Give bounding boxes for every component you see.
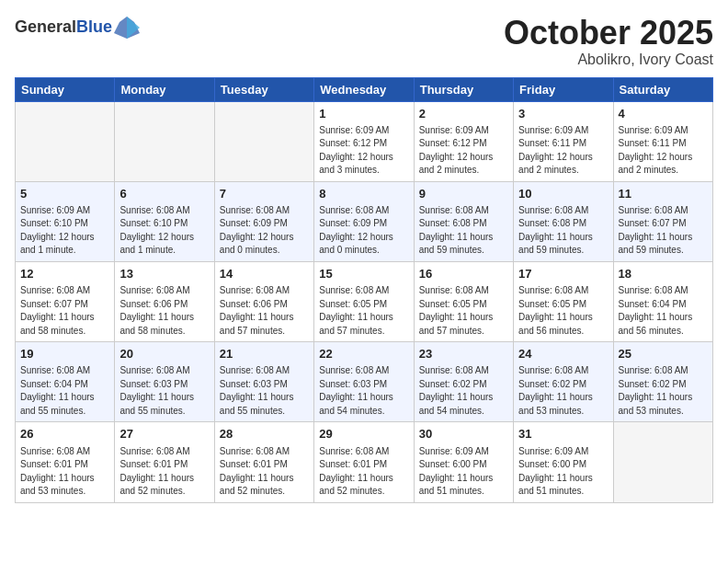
calendar-cell <box>613 422 712 502</box>
day-number: 9 <box>419 186 508 202</box>
day-info: Sunrise: 6:09 AM Sunset: 6:00 PM Dayligh… <box>518 445 608 499</box>
calendar-cell: 11Sunrise: 6:08 AM Sunset: 6:07 PM Dayli… <box>613 181 712 261</box>
calendar: SundayMondayTuesdayWednesdayThursdayFrid… <box>15 77 713 503</box>
day-info: Sunrise: 6:08 AM Sunset: 6:10 PM Dayligh… <box>119 204 209 258</box>
week-row-2: 5Sunrise: 6:09 AM Sunset: 6:10 PM Daylig… <box>16 181 713 261</box>
day-number: 26 <box>20 426 109 442</box>
day-number: 16 <box>419 266 508 282</box>
calendar-cell: 22Sunrise: 6:08 AM Sunset: 6:03 PM Dayli… <box>314 342 414 422</box>
calendar-cell: 4Sunrise: 6:09 AM Sunset: 6:11 PM Daylig… <box>613 101 712 181</box>
day-number: 3 <box>518 106 608 122</box>
logo-general: General <box>15 17 76 36</box>
day-number: 23 <box>419 346 508 362</box>
day-number: 30 <box>419 426 508 442</box>
calendar-cell: 20Sunrise: 6:08 AM Sunset: 6:03 PM Dayli… <box>115 342 214 422</box>
day-info: Sunrise: 6:08 AM Sunset: 6:02 PM Dayligh… <box>419 364 508 418</box>
day-info: Sunrise: 6:09 AM Sunset: 6:11 PM Dayligh… <box>518 124 608 178</box>
logo-icon <box>114 15 140 40</box>
calendar-cell: 16Sunrise: 6:08 AM Sunset: 6:05 PM Dayli… <box>414 261 513 341</box>
day-info: Sunrise: 6:08 AM Sunset: 6:05 PM Dayligh… <box>518 284 608 338</box>
calendar-cell: 3Sunrise: 6:09 AM Sunset: 6:11 PM Daylig… <box>514 101 613 181</box>
week-row-4: 19Sunrise: 6:08 AM Sunset: 6:04 PM Dayli… <box>16 342 713 422</box>
day-info: Sunrise: 6:08 AM Sunset: 6:02 PM Dayligh… <box>619 364 708 418</box>
day-info: Sunrise: 6:08 AM Sunset: 6:04 PM Dayligh… <box>619 284 708 338</box>
day-number: 13 <box>119 266 209 282</box>
day-number: 20 <box>119 346 209 362</box>
day-info: Sunrise: 6:09 AM Sunset: 6:11 PM Dayligh… <box>619 124 708 178</box>
day-info: Sunrise: 6:08 AM Sunset: 6:02 PM Dayligh… <box>518 364 608 418</box>
header: GeneralBlue October 2025 Abolikro, Ivory… <box>15 15 713 68</box>
logo: GeneralBlue <box>15 15 140 40</box>
day-info: Sunrise: 6:08 AM Sunset: 6:07 PM Dayligh… <box>619 204 708 258</box>
calendar-cell: 17Sunrise: 6:08 AM Sunset: 6:05 PM Dayli… <box>514 261 613 341</box>
calendar-cell <box>16 101 115 181</box>
day-info: Sunrise: 6:08 AM Sunset: 6:03 PM Dayligh… <box>319 364 408 418</box>
weekday-header-thursday: Thursday <box>414 77 513 101</box>
calendar-cell: 31Sunrise: 6:09 AM Sunset: 6:00 PM Dayli… <box>514 422 613 502</box>
day-number: 7 <box>220 186 309 202</box>
day-number: 10 <box>518 186 608 202</box>
calendar-cell: 9Sunrise: 6:08 AM Sunset: 6:08 PM Daylig… <box>414 181 513 261</box>
day-number: 27 <box>119 426 209 442</box>
calendar-cell <box>214 101 313 181</box>
calendar-cell: 25Sunrise: 6:08 AM Sunset: 6:02 PM Dayli… <box>613 342 712 422</box>
weekday-header-friday: Friday <box>514 77 613 101</box>
day-number: 25 <box>619 346 708 362</box>
weekday-header-sunday: Sunday <box>16 77 115 101</box>
title-area: October 2025 Abolikro, Ivory Coast <box>504 15 713 68</box>
day-info: Sunrise: 6:08 AM Sunset: 6:08 PM Dayligh… <box>419 204 508 258</box>
calendar-cell: 30Sunrise: 6:09 AM Sunset: 6:00 PM Dayli… <box>414 422 513 502</box>
calendar-cell: 27Sunrise: 6:08 AM Sunset: 6:01 PM Dayli… <box>115 422 214 502</box>
calendar-cell: 29Sunrise: 6:08 AM Sunset: 6:01 PM Dayli… <box>314 422 414 502</box>
weekday-header-monday: Monday <box>115 77 214 101</box>
day-number: 6 <box>119 186 209 202</box>
calendar-cell: 18Sunrise: 6:08 AM Sunset: 6:04 PM Dayli… <box>613 261 712 341</box>
day-number: 29 <box>319 426 408 442</box>
day-info: Sunrise: 6:09 AM Sunset: 6:12 PM Dayligh… <box>319 124 408 178</box>
day-info: Sunrise: 6:09 AM Sunset: 6:12 PM Dayligh… <box>419 124 508 178</box>
logo-blue: Blue <box>76 17 112 36</box>
day-info: Sunrise: 6:08 AM Sunset: 6:01 PM Dayligh… <box>20 445 109 499</box>
day-info: Sunrise: 6:08 AM Sunset: 6:07 PM Dayligh… <box>20 284 109 338</box>
day-info: Sunrise: 6:09 AM Sunset: 6:00 PM Dayligh… <box>419 445 508 499</box>
day-info: Sunrise: 6:08 AM Sunset: 6:08 PM Dayligh… <box>518 204 608 258</box>
calendar-cell: 7Sunrise: 6:08 AM Sunset: 6:09 PM Daylig… <box>214 181 313 261</box>
day-number: 22 <box>319 346 408 362</box>
day-number: 14 <box>220 266 309 282</box>
day-info: Sunrise: 6:08 AM Sunset: 6:04 PM Dayligh… <box>20 364 109 418</box>
day-info: Sunrise: 6:08 AM Sunset: 6:03 PM Dayligh… <box>220 364 309 418</box>
day-number: 8 <box>319 186 408 202</box>
calendar-cell: 12Sunrise: 6:08 AM Sunset: 6:07 PM Dayli… <box>16 261 115 341</box>
calendar-cell: 5Sunrise: 6:09 AM Sunset: 6:10 PM Daylig… <box>16 181 115 261</box>
day-number: 2 <box>419 106 508 122</box>
calendar-cell: 23Sunrise: 6:08 AM Sunset: 6:02 PM Dayli… <box>414 342 513 422</box>
day-info: Sunrise: 6:08 AM Sunset: 6:01 PM Dayligh… <box>319 445 408 499</box>
day-info: Sunrise: 6:08 AM Sunset: 6:01 PM Dayligh… <box>119 445 209 499</box>
weekday-header-wednesday: Wednesday <box>314 77 414 101</box>
weekday-header-saturday: Saturday <box>613 77 712 101</box>
day-number: 28 <box>220 426 309 442</box>
calendar-cell: 2Sunrise: 6:09 AM Sunset: 6:12 PM Daylig… <box>414 101 513 181</box>
calendar-cell: 6Sunrise: 6:08 AM Sunset: 6:10 PM Daylig… <box>115 181 214 261</box>
calendar-cell: 21Sunrise: 6:08 AM Sunset: 6:03 PM Dayli… <box>214 342 313 422</box>
day-info: Sunrise: 6:08 AM Sunset: 6:09 PM Dayligh… <box>220 204 309 258</box>
weekday-header-tuesday: Tuesday <box>214 77 313 101</box>
day-number: 4 <box>619 106 708 122</box>
day-number: 18 <box>619 266 708 282</box>
day-info: Sunrise: 6:08 AM Sunset: 6:05 PM Dayligh… <box>319 284 408 338</box>
calendar-cell: 28Sunrise: 6:08 AM Sunset: 6:01 PM Dayli… <box>214 422 313 502</box>
week-row-1: 1Sunrise: 6:09 AM Sunset: 6:12 PM Daylig… <box>16 101 713 181</box>
day-number: 1 <box>319 106 408 122</box>
day-number: 31 <box>518 426 608 442</box>
day-info: Sunrise: 6:08 AM Sunset: 6:01 PM Dayligh… <box>220 445 309 499</box>
day-number: 15 <box>319 266 408 282</box>
calendar-cell: 24Sunrise: 6:08 AM Sunset: 6:02 PM Dayli… <box>514 342 613 422</box>
calendar-cell: 10Sunrise: 6:08 AM Sunset: 6:08 PM Dayli… <box>514 181 613 261</box>
day-number: 19 <box>20 346 109 362</box>
day-number: 5 <box>20 186 109 202</box>
calendar-cell: 1Sunrise: 6:09 AM Sunset: 6:12 PM Daylig… <box>314 101 414 181</box>
month-title: October 2025 <box>504 15 713 52</box>
day-number: 21 <box>220 346 309 362</box>
calendar-cell <box>115 101 214 181</box>
week-row-5: 26Sunrise: 6:08 AM Sunset: 6:01 PM Dayli… <box>16 422 713 502</box>
